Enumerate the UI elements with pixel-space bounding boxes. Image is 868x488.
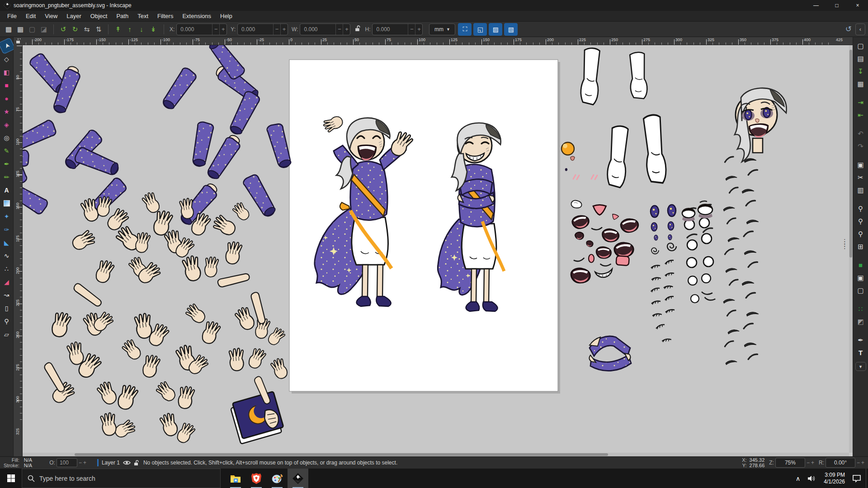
undo-icon[interactable]: ↶ (855, 128, 867, 139)
rotation-input[interactable]: 0.00° (826, 458, 855, 468)
tool-dropper[interactable]: ✑ (1, 223, 13, 235)
rotate-ccw-icon[interactable]: ↺ (57, 23, 69, 35)
selection-touch-icon[interactable]: ◪ (38, 23, 50, 35)
tool-pencil[interactable]: ✎ (1, 145, 13, 157)
menu-file[interactable]: File (3, 11, 21, 21)
maximize-button[interactable]: □ (826, 0, 847, 11)
zoom-increase-button[interactable]: + (811, 460, 814, 466)
layer-lock-open-icon[interactable] (134, 460, 139, 466)
more-commands-icon[interactable]: ▾ (855, 362, 866, 371)
cut-icon[interactable]: ✂ (855, 172, 867, 183)
deselect-icon[interactable]: ▢ (26, 23, 38, 35)
taskbar-app-inkscape[interactable] (288, 469, 308, 488)
export-icon[interactable]: ⇤ (855, 110, 867, 120)
canvas[interactable]: ⋮⋮⋮ (23, 45, 853, 456)
paste-icon[interactable]: ▥ (855, 185, 867, 195)
decrease-button[interactable]: − (335, 24, 343, 35)
minimize-button[interactable]: — (806, 0, 826, 11)
ungroup-icon[interactable]: ▢ (855, 285, 867, 296)
tray-chevron-up-icon[interactable]: ∧ (796, 475, 800, 482)
zoom-page-icon[interactable]: ⚲ (855, 229, 867, 239)
drawing-area[interactable] (23, 45, 853, 456)
tool-calligraphy[interactable]: ✏ (1, 171, 13, 183)
zoom-input[interactable]: 75% (775, 458, 805, 468)
tool-paint-bucket[interactable]: ◣ (1, 236, 13, 249)
tool-star[interactable]: ★ (1, 105, 13, 117)
taskbar-app-paint[interactable] (267, 469, 288, 488)
menu-edit[interactable]: Edit (21, 11, 40, 21)
opacity-increase-button[interactable]: + (83, 460, 86, 466)
tool-spiral[interactable]: ◎ (1, 131, 13, 144)
tool-spray[interactable]: ∴ (1, 263, 13, 275)
select-all-icon[interactable]: ▩ (3, 23, 14, 35)
x-input[interactable]: 0.000−+ (176, 23, 227, 35)
copy-icon[interactable]: ▣ (855, 160, 867, 170)
h-input[interactable]: 0.000−+ (372, 23, 423, 35)
show-desktop-button[interactable] (866, 469, 868, 488)
taskbar-app-brave-browser[interactable] (246, 469, 267, 488)
tool-pages[interactable]: ▱ (1, 328, 13, 340)
tool-zoom[interactable]: ⚲ (1, 315, 13, 327)
tray-clock[interactable]: 3:09 PM 4/1/2026 (824, 472, 845, 485)
zoom-drawing-icon[interactable]: ⚲ (855, 216, 867, 226)
increase-button[interactable]: + (415, 24, 422, 35)
snap-controls-icon[interactable]: ↺ (845, 24, 852, 34)
menu-extensions[interactable]: Extensions (178, 11, 216, 21)
move-patterns-toggle[interactable]: ▧ (504, 23, 518, 36)
taskbar-app-file-explorer[interactable] (225, 469, 246, 488)
volume-icon[interactable] (807, 475, 816, 482)
tool-pen[interactable]: ✒ (1, 158, 13, 170)
taskbar-search-input[interactable]: Type here to search (22, 469, 221, 488)
increase-button[interactable]: + (343, 24, 350, 35)
action-center-icon[interactable] (852, 474, 861, 483)
units-dropdown[interactable]: mm▼ (429, 23, 455, 35)
open-document-icon[interactable]: ▤ (855, 53, 867, 64)
y-input[interactable]: 0.000−+ (237, 23, 288, 35)
import-icon[interactable]: ⇥ (855, 97, 867, 108)
decrease-button[interactable]: − (408, 24, 415, 35)
print-icon[interactable]: ▦ (855, 79, 867, 89)
flip-horizontal-icon[interactable]: ⇆ (81, 23, 93, 35)
tool-shape-builder[interactable]: ◧ (1, 66, 13, 78)
vertical-scrollbar[interactable] (849, 45, 853, 453)
menu-text[interactable]: Text (133, 11, 153, 21)
tool-rectangle[interactable]: ■ (1, 79, 13, 91)
tool-measure[interactable]: ▯ (1, 302, 13, 314)
horizontal-scrollbar[interactable] (23, 453, 849, 456)
toolbar-collapse-button[interactable]: ‹ (855, 23, 865, 35)
zoom-center-page-icon[interactable]: ⊞ (855, 241, 867, 252)
group-icon[interactable]: ▣ (855, 272, 867, 283)
menu-help[interactable]: Help (216, 11, 237, 21)
tool-node-editor[interactable]: ◇ (1, 53, 13, 65)
fill-stroke-indicator[interactable]: Fill: N/A Stroke: N/A (4, 457, 32, 468)
tool-text[interactable]: A (1, 184, 13, 196)
increase-button[interactable]: + (219, 24, 226, 35)
menu-object[interactable]: Object (86, 11, 112, 21)
close-button[interactable]: × (847, 0, 868, 11)
rotation-increase-button[interactable]: + (861, 460, 864, 466)
zoom-selection-icon[interactable]: ⚲ (855, 203, 867, 214)
fill-stroke-dialog-icon[interactable]: ✒ (855, 335, 867, 345)
object-properties-icon[interactable]: ◩ (855, 316, 867, 327)
save-document-icon[interactable]: ↧ (855, 66, 867, 76)
tool-selector[interactable]: ➤ (0, 38, 14, 54)
menu-filters[interactable]: Filters (153, 11, 178, 21)
decrease-button[interactable]: − (273, 24, 280, 35)
menu-path[interactable]: Path (112, 11, 133, 21)
menu-layer[interactable]: Layer (62, 11, 86, 21)
tool-mesh-gradient[interactable]: ✦ (1, 210, 13, 222)
tool-ellipse[interactable]: ● (1, 92, 13, 104)
redo-icon[interactable]: ↷ (855, 141, 867, 151)
vertical-ruler[interactable]: 5075100125150175200225250275300325 (14, 45, 23, 456)
fill-stroke-icon[interactable]: ■ (855, 260, 867, 270)
scale-stroke-width-toggle[interactable]: ⛶ (458, 23, 472, 36)
rotate-cw-icon[interactable]: ↻ (69, 23, 81, 35)
raise-to-top-icon[interactable]: ↟ (112, 23, 124, 35)
ruler-corner[interactable] (14, 37, 23, 45)
tool-connector[interactable]: ↝ (1, 289, 13, 301)
tool-gradient[interactable] (1, 197, 13, 209)
rotation-decrease-button[interactable]: − (857, 460, 860, 466)
text-dialog-icon[interactable]: T (855, 347, 867, 358)
canvas-options-kebab-icon[interactable]: ⋮⋮⋮ (841, 240, 848, 247)
tool-eraser[interactable]: ◢ (1, 276, 13, 288)
